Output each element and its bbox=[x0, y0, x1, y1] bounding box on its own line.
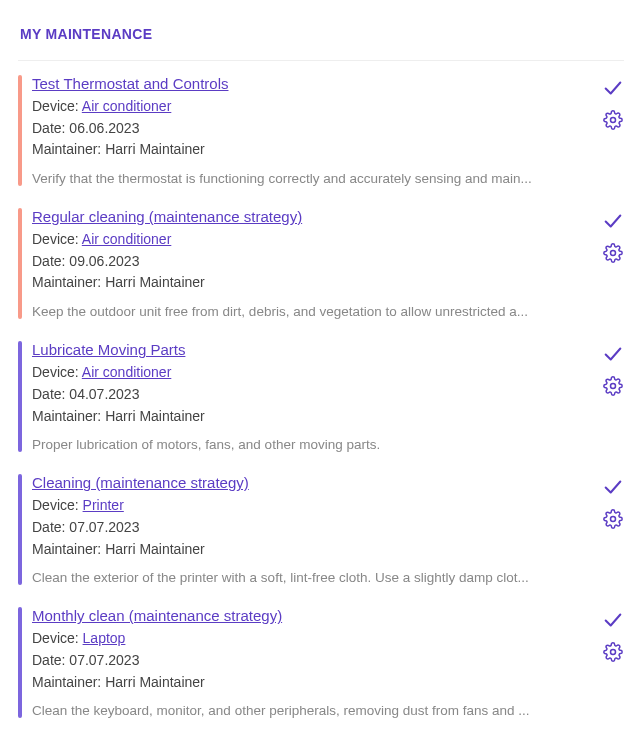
check-icon bbox=[602, 476, 624, 498]
task-note: Proper lubrication of motors, fans, and … bbox=[32, 437, 587, 452]
maintainer-line: Maintainer: Harri Maintainer bbox=[32, 272, 594, 294]
task-item: Regular cleaning (maintenance strategy)D… bbox=[18, 208, 624, 319]
date-value: 07.07.2023 bbox=[69, 652, 139, 668]
task-content: Monthly clean (maintenance strategy)Devi… bbox=[32, 607, 594, 718]
check-icon bbox=[602, 77, 624, 99]
task-note: Keep the outdoor unit free from dirt, de… bbox=[32, 304, 587, 319]
task-title-link[interactable]: Lubricate Moving Parts bbox=[32, 341, 185, 358]
date-label: Date: bbox=[32, 519, 69, 535]
date-label: Date: bbox=[32, 120, 69, 136]
device-link[interactable]: Air conditioner bbox=[82, 364, 172, 380]
date-line: Date: 06.06.2023 bbox=[32, 118, 594, 140]
gear-icon bbox=[603, 509, 623, 529]
task-content: Cleaning (maintenance strategy)Device: P… bbox=[32, 474, 594, 585]
maintainer-value: Harri Maintainer bbox=[105, 674, 205, 690]
device-line: Device: Air conditioner bbox=[32, 229, 594, 251]
check-icon bbox=[602, 609, 624, 631]
device-link[interactable]: Air conditioner bbox=[82, 98, 172, 114]
date-label: Date: bbox=[32, 253, 69, 269]
date-value: 06.06.2023 bbox=[69, 120, 139, 136]
device-label: Device: bbox=[32, 231, 82, 247]
maintainer-label: Maintainer: bbox=[32, 141, 105, 157]
task-list: Test Thermostat and ControlsDevice: Air … bbox=[18, 75, 624, 718]
task-content: Regular cleaning (maintenance strategy)D… bbox=[32, 208, 594, 319]
panel-title: MY MAINTENANCE bbox=[20, 26, 624, 42]
check-icon bbox=[602, 343, 624, 365]
maintainer-value: Harri Maintainer bbox=[105, 541, 205, 557]
accent-bar bbox=[18, 607, 22, 718]
svg-point-1 bbox=[611, 251, 616, 256]
date-line: Date: 07.07.2023 bbox=[32, 650, 594, 672]
maintainer-label: Maintainer: bbox=[32, 274, 105, 290]
device-line: Device: Air conditioner bbox=[32, 96, 594, 118]
date-label: Date: bbox=[32, 386, 69, 402]
accent-bar bbox=[18, 75, 22, 186]
device-label: Device: bbox=[32, 497, 83, 513]
date-line: Date: 04.07.2023 bbox=[32, 384, 594, 406]
complete-button[interactable] bbox=[602, 343, 624, 365]
accent-bar bbox=[18, 208, 22, 319]
device-link[interactable]: Air conditioner bbox=[82, 231, 172, 247]
task-actions bbox=[602, 208, 624, 319]
complete-button[interactable] bbox=[602, 476, 624, 498]
maintainer-value: Harri Maintainer bbox=[105, 408, 205, 424]
complete-button[interactable] bbox=[602, 210, 624, 232]
maintainer-line: Maintainer: Harri Maintainer bbox=[32, 539, 594, 561]
gear-icon bbox=[603, 110, 623, 130]
device-line: Device: Air conditioner bbox=[32, 362, 594, 384]
task-note: Verify that the thermostat is functionin… bbox=[32, 171, 587, 186]
maintainer-value: Harri Maintainer bbox=[105, 141, 205, 157]
svg-point-0 bbox=[611, 118, 616, 123]
svg-point-2 bbox=[611, 384, 616, 389]
accent-bar bbox=[18, 474, 22, 585]
maintainer-label: Maintainer: bbox=[32, 541, 105, 557]
settings-button[interactable] bbox=[602, 508, 624, 530]
date-line: Date: 09.06.2023 bbox=[32, 251, 594, 273]
task-actions bbox=[602, 341, 624, 452]
date-line: Date: 07.07.2023 bbox=[32, 517, 594, 539]
maintainer-value: Harri Maintainer bbox=[105, 274, 205, 290]
task-item: Test Thermostat and ControlsDevice: Air … bbox=[18, 75, 624, 186]
date-value: 04.07.2023 bbox=[69, 386, 139, 402]
svg-point-3 bbox=[611, 517, 616, 522]
task-note: Clean the keyboard, monitor, and other p… bbox=[32, 703, 587, 718]
date-value: 07.07.2023 bbox=[69, 519, 139, 535]
device-link[interactable]: Laptop bbox=[83, 630, 126, 646]
task-item: Lubricate Moving PartsDevice: Air condit… bbox=[18, 341, 624, 452]
maintainer-line: Maintainer: Harri Maintainer bbox=[32, 672, 594, 694]
date-value: 09.06.2023 bbox=[69, 253, 139, 269]
settings-button[interactable] bbox=[602, 641, 624, 663]
gear-icon bbox=[603, 642, 623, 662]
gear-icon bbox=[603, 243, 623, 263]
device-label: Device: bbox=[32, 98, 82, 114]
task-title-link[interactable]: Test Thermostat and Controls bbox=[32, 75, 228, 92]
maintainer-label: Maintainer: bbox=[32, 408, 105, 424]
check-icon bbox=[602, 210, 624, 232]
divider bbox=[18, 60, 624, 61]
settings-button[interactable] bbox=[602, 375, 624, 397]
task-content: Test Thermostat and ControlsDevice: Air … bbox=[32, 75, 594, 186]
maintenance-panel: MY MAINTENANCE Test Thermostat and Contr… bbox=[0, 0, 642, 732]
date-label: Date: bbox=[32, 652, 69, 668]
task-title-link[interactable]: Cleaning (maintenance strategy) bbox=[32, 474, 249, 491]
maintainer-label: Maintainer: bbox=[32, 674, 105, 690]
task-note: Clean the exterior of the printer with a… bbox=[32, 570, 587, 585]
maintainer-line: Maintainer: Harri Maintainer bbox=[32, 406, 594, 428]
device-label: Device: bbox=[32, 630, 83, 646]
task-actions bbox=[602, 607, 624, 718]
task-title-link[interactable]: Regular cleaning (maintenance strategy) bbox=[32, 208, 302, 225]
accent-bar bbox=[18, 341, 22, 452]
task-item: Cleaning (maintenance strategy)Device: P… bbox=[18, 474, 624, 585]
maintainer-line: Maintainer: Harri Maintainer bbox=[32, 139, 594, 161]
device-line: Device: Printer bbox=[32, 495, 594, 517]
device-link[interactable]: Printer bbox=[83, 497, 124, 513]
complete-button[interactable] bbox=[602, 77, 624, 99]
complete-button[interactable] bbox=[602, 609, 624, 631]
svg-point-4 bbox=[611, 650, 616, 655]
task-title-link[interactable]: Monthly clean (maintenance strategy) bbox=[32, 607, 282, 624]
device-label: Device: bbox=[32, 364, 82, 380]
task-actions bbox=[602, 474, 624, 585]
settings-button[interactable] bbox=[602, 109, 624, 131]
task-item: Monthly clean (maintenance strategy)Devi… bbox=[18, 607, 624, 718]
settings-button[interactable] bbox=[602, 242, 624, 264]
